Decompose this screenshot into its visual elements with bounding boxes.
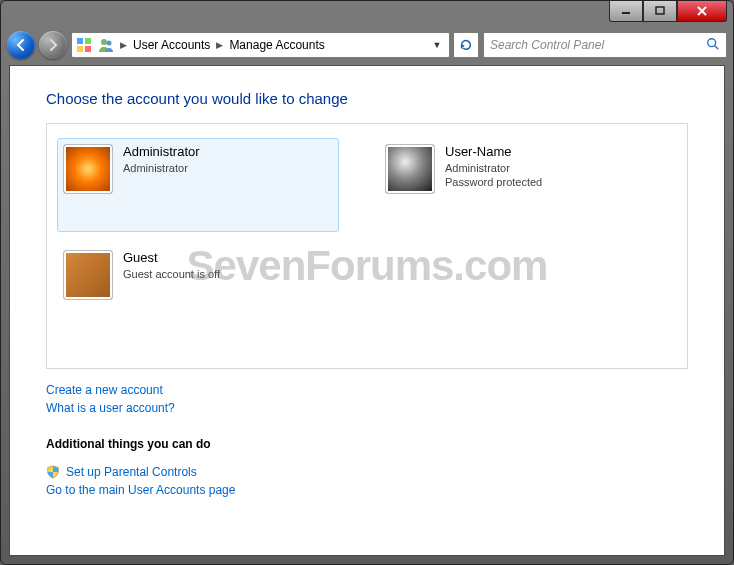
avatar: [63, 250, 113, 300]
avatar: [63, 144, 113, 194]
window: ▶ User Accounts ▶ Manage Accounts ▼ Sear…: [0, 0, 734, 565]
account-name: User-Name: [445, 144, 542, 161]
avatar: [385, 144, 435, 194]
address-dropdown-icon[interactable]: ▼: [429, 40, 445, 50]
search-placeholder: Search Control Panel: [490, 38, 604, 52]
titlebar[interactable]: [1, 1, 733, 29]
maximize-button[interactable]: [643, 1, 677, 22]
address-bar[interactable]: ▶ User Accounts ▶ Manage Accounts ▼: [71, 32, 450, 58]
account-role: Guest account is off: [123, 267, 220, 281]
account-user[interactable]: User-Name Administrator Password protect…: [379, 138, 661, 232]
additional-links: Set up Parental Controls Go to the main …: [46, 465, 688, 497]
link-what-is-account[interactable]: What is a user account?: [46, 401, 688, 415]
search-input[interactable]: Search Control Panel: [483, 32, 727, 58]
account-role: Administrator: [445, 161, 542, 175]
chevron-right-icon: ▶: [216, 40, 223, 50]
control-panel-icon: [76, 37, 92, 53]
minimize-button[interactable]: [609, 1, 643, 22]
link-create-account[interactable]: Create a new account: [46, 383, 688, 397]
svg-point-6: [101, 39, 107, 45]
window-controls: [609, 1, 727, 22]
account-name: Administrator: [123, 144, 200, 161]
account-administrator[interactable]: Administrator Administrator: [57, 138, 339, 232]
chevron-right-icon: ▶: [120, 40, 127, 50]
forward-button[interactable]: [39, 31, 67, 59]
back-button[interactable]: [7, 31, 35, 59]
svg-rect-4: [77, 46, 83, 52]
additional-heading: Additional things you can do: [46, 437, 688, 451]
svg-point-7: [107, 41, 112, 46]
svg-rect-5: [85, 46, 91, 52]
navigation-bar: ▶ User Accounts ▶ Manage Accounts ▼ Sear…: [1, 29, 733, 61]
svg-rect-3: [85, 38, 91, 44]
user-accounts-icon: [98, 37, 114, 53]
account-guest[interactable]: Guest Guest account is off: [57, 244, 339, 338]
page-heading: Choose the account you would like to cha…: [46, 90, 688, 107]
content-area: Choose the account you would like to cha…: [9, 65, 725, 556]
account-name: Guest: [123, 250, 220, 267]
close-button[interactable]: [677, 1, 727, 22]
shield-icon: [46, 465, 60, 479]
primary-links: Create a new account What is a user acco…: [46, 383, 688, 415]
search-icon[interactable]: [706, 37, 720, 54]
refresh-button[interactable]: [454, 32, 479, 58]
account-status: Password protected: [445, 175, 542, 189]
svg-point-8: [708, 38, 716, 46]
svg-rect-0: [622, 12, 630, 14]
svg-rect-2: [77, 38, 83, 44]
link-main-user-accounts[interactable]: Go to the main User Accounts page: [46, 483, 688, 497]
svg-line-9: [715, 45, 719, 49]
account-role: Administrator: [123, 161, 200, 175]
breadcrumb-manage-accounts[interactable]: Manage Accounts: [229, 38, 324, 52]
accounts-panel: Administrator Administrator User-Name Ad…: [46, 123, 688, 369]
breadcrumb-user-accounts[interactable]: User Accounts: [133, 38, 210, 52]
link-parental-controls[interactable]: Set up Parental Controls: [66, 465, 197, 479]
svg-rect-1: [656, 7, 664, 14]
